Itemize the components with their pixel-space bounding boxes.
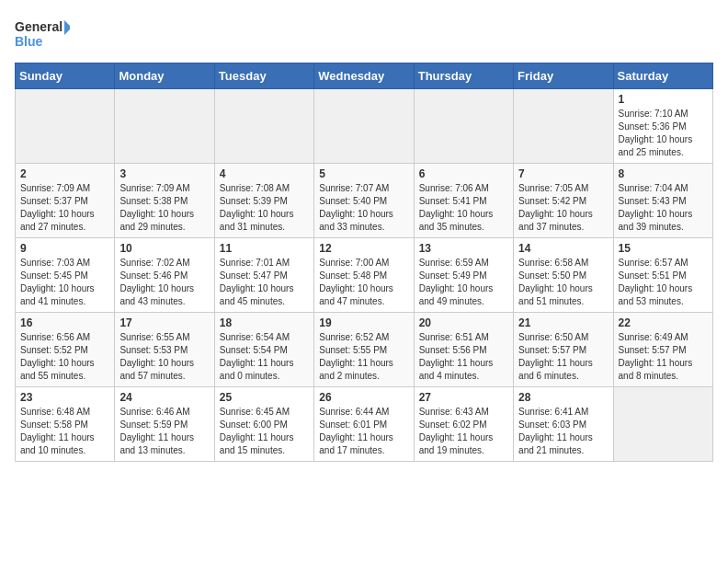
week-row-2: 2Sunrise: 7:09 AM Sunset: 5:37 PM Daylig… [16,164,713,238]
day-info: Sunrise: 7:02 AM Sunset: 5:46 PM Dayligh… [119,257,209,308]
calendar-cell: 22Sunrise: 6:49 AM Sunset: 5:57 PM Dayli… [613,313,712,387]
week-row-1: 1Sunrise: 7:10 AM Sunset: 5:36 PM Daylig… [16,89,713,164]
dow-header-tuesday: Tuesday [214,63,313,89]
calendar-cell: 4Sunrise: 7:08 AM Sunset: 5:39 PM Daylig… [214,164,313,238]
calendar-cell: 15Sunrise: 6:57 AM Sunset: 5:51 PM Dayli… [613,238,712,313]
dow-header-friday: Friday [514,63,613,89]
dow-header-monday: Monday [115,63,214,89]
calendar-cell: 28Sunrise: 6:41 AM Sunset: 6:03 PM Dayli… [514,387,613,462]
day-number: 1 [619,93,708,106]
day-number: 23 [20,391,109,404]
calendar-cell: 13Sunrise: 6:59 AM Sunset: 5:49 PM Dayli… [414,238,513,313]
day-info: Sunrise: 6:43 AM Sunset: 6:02 PM Dayligh… [419,406,508,457]
logo: General Blue [15,15,70,55]
day-info: Sunrise: 7:10 AM Sunset: 5:36 PM Dayligh… [619,108,708,159]
calendar-cell [214,89,313,164]
calendar-cell: 26Sunrise: 6:44 AM Sunset: 6:01 PM Dayli… [314,387,414,462]
day-info: Sunrise: 6:46 AM Sunset: 5:59 PM Dayligh… [119,406,209,457]
day-info: Sunrise: 6:59 AM Sunset: 5:49 PM Dayligh… [419,257,508,308]
day-info: Sunrise: 7:05 AM Sunset: 5:42 PM Dayligh… [518,182,608,234]
day-number: 5 [319,167,408,180]
day-number: 21 [518,316,608,329]
svg-marker-2 [64,20,70,35]
day-number: 22 [619,316,708,329]
day-number: 2 [20,167,109,180]
day-number: 24 [119,391,209,404]
calendar-cell: 18Sunrise: 6:54 AM Sunset: 5:54 PM Dayli… [214,313,313,387]
day-number: 7 [518,167,608,180]
week-row-4: 16Sunrise: 6:56 AM Sunset: 5:52 PM Dayli… [16,313,713,387]
page-header: General Blue [15,15,713,55]
calendar-cell [115,89,214,164]
logo-icon: General Blue [15,15,70,55]
svg-text:Blue: Blue [15,34,43,49]
calendar-cell: 8Sunrise: 7:04 AM Sunset: 5:43 PM Daylig… [613,164,712,238]
day-info: Sunrise: 6:58 AM Sunset: 5:50 PM Dayligh… [518,257,608,308]
day-info: Sunrise: 6:54 AM Sunset: 5:54 PM Dayligh… [220,331,309,383]
calendar-cell: 17Sunrise: 6:55 AM Sunset: 5:53 PM Dayli… [115,313,214,387]
day-info: Sunrise: 6:48 AM Sunset: 5:58 PM Dayligh… [20,406,109,457]
calendar-cell: 9Sunrise: 7:03 AM Sunset: 5:45 PM Daylig… [16,238,115,313]
calendar-cell: 24Sunrise: 6:46 AM Sunset: 5:59 PM Dayli… [115,387,214,462]
calendar-cell [613,387,712,462]
calendar-cell [414,89,513,164]
calendar-cell: 21Sunrise: 6:50 AM Sunset: 5:57 PM Dayli… [514,313,613,387]
calendar-cell: 10Sunrise: 7:02 AM Sunset: 5:46 PM Dayli… [115,238,214,313]
day-info: Sunrise: 6:50 AM Sunset: 5:57 PM Dayligh… [518,331,608,383]
calendar-cell: 2Sunrise: 7:09 AM Sunset: 5:37 PM Daylig… [16,164,115,238]
calendar: SundayMondayTuesdayWednesdayThursdayFrid… [15,63,713,462]
day-of-week-row: SundayMondayTuesdayWednesdayThursdayFrid… [16,63,713,89]
dow-header-saturday: Saturday [613,63,712,89]
day-info: Sunrise: 7:09 AM Sunset: 5:38 PM Dayligh… [119,182,209,234]
day-number: 17 [119,316,209,329]
day-info: Sunrise: 7:04 AM Sunset: 5:43 PM Dayligh… [619,182,708,234]
day-info: Sunrise: 6:56 AM Sunset: 5:52 PM Dayligh… [20,331,109,383]
dow-header-sunday: Sunday [16,63,115,89]
calendar-cell: 20Sunrise: 6:51 AM Sunset: 5:56 PM Dayli… [414,313,513,387]
calendar-cell: 3Sunrise: 7:09 AM Sunset: 5:38 PM Daylig… [115,164,214,238]
day-info: Sunrise: 6:45 AM Sunset: 6:00 PM Dayligh… [220,406,309,457]
calendar-cell: 7Sunrise: 7:05 AM Sunset: 5:42 PM Daylig… [514,164,613,238]
calendar-cell: 6Sunrise: 7:06 AM Sunset: 5:41 PM Daylig… [414,164,513,238]
day-number: 19 [319,316,408,329]
calendar-cell [16,89,115,164]
day-number: 20 [419,316,508,329]
day-number: 10 [119,242,209,255]
day-number: 28 [518,391,608,404]
day-number: 6 [419,167,508,180]
calendar-cell: 16Sunrise: 6:56 AM Sunset: 5:52 PM Dayli… [16,313,115,387]
day-number: 25 [220,391,309,404]
day-info: Sunrise: 6:49 AM Sunset: 5:57 PM Dayligh… [619,331,708,383]
calendar-cell: 11Sunrise: 7:01 AM Sunset: 5:47 PM Dayli… [214,238,313,313]
day-info: Sunrise: 7:01 AM Sunset: 5:47 PM Dayligh… [220,257,309,308]
day-number: 27 [419,391,508,404]
day-number: 26 [319,391,408,404]
day-info: Sunrise: 7:09 AM Sunset: 5:37 PM Dayligh… [20,182,109,234]
day-number: 8 [619,167,708,180]
week-row-3: 9Sunrise: 7:03 AM Sunset: 5:45 PM Daylig… [16,238,713,313]
day-number: 18 [220,316,309,329]
day-number: 14 [518,242,608,255]
calendar-cell: 23Sunrise: 6:48 AM Sunset: 5:58 PM Dayli… [16,387,115,462]
calendar-cell: 25Sunrise: 6:45 AM Sunset: 6:00 PM Dayli… [214,387,313,462]
svg-text:General: General [15,19,63,34]
day-info: Sunrise: 6:57 AM Sunset: 5:51 PM Dayligh… [619,257,708,308]
day-info: Sunrise: 7:00 AM Sunset: 5:48 PM Dayligh… [319,257,408,308]
day-number: 9 [20,242,109,255]
week-row-5: 23Sunrise: 6:48 AM Sunset: 5:58 PM Dayli… [16,387,713,462]
day-info: Sunrise: 7:07 AM Sunset: 5:40 PM Dayligh… [319,182,408,234]
calendar-cell: 5Sunrise: 7:07 AM Sunset: 5:40 PM Daylig… [314,164,414,238]
day-number: 3 [119,167,209,180]
day-number: 13 [419,242,508,255]
day-info: Sunrise: 7:08 AM Sunset: 5:39 PM Dayligh… [220,182,309,234]
calendar-cell: 19Sunrise: 6:52 AM Sunset: 5:55 PM Dayli… [314,313,414,387]
calendar-cell: 1Sunrise: 7:10 AM Sunset: 5:36 PM Daylig… [613,89,712,164]
calendar-cell: 12Sunrise: 7:00 AM Sunset: 5:48 PM Dayli… [314,238,414,313]
day-info: Sunrise: 6:51 AM Sunset: 5:56 PM Dayligh… [419,331,508,383]
calendar-cell: 14Sunrise: 6:58 AM Sunset: 5:50 PM Dayli… [514,238,613,313]
dow-header-thursday: Thursday [414,63,513,89]
day-number: 11 [220,242,309,255]
day-info: Sunrise: 7:06 AM Sunset: 5:41 PM Dayligh… [419,182,508,234]
day-info: Sunrise: 7:03 AM Sunset: 5:45 PM Dayligh… [20,257,109,308]
calendar-cell [514,89,613,164]
